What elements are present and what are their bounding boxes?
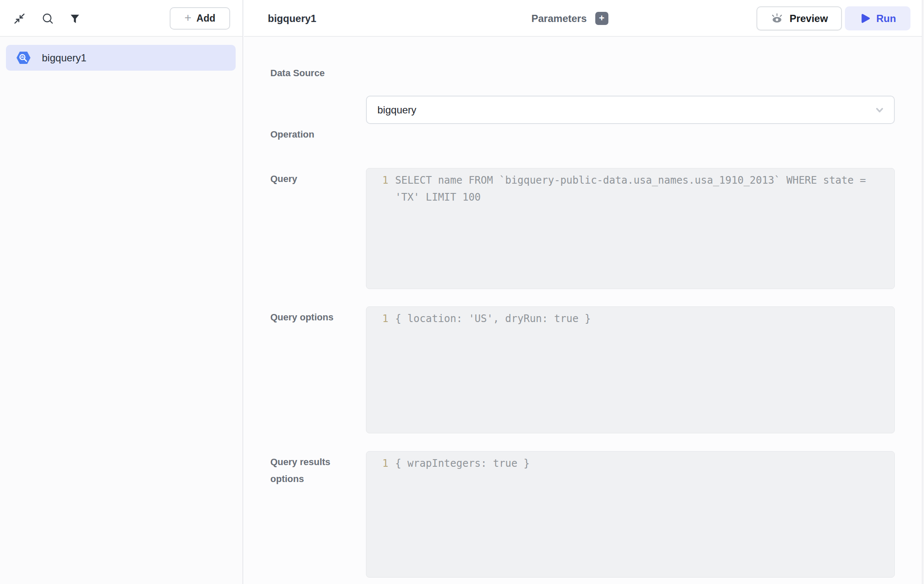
- code-line: 1 { wrapIntegers: true }: [366, 455, 886, 472]
- run-button-label: Run: [876, 13, 896, 25]
- line-number: 1: [366, 172, 388, 189]
- run-button[interactable]: Run: [845, 6, 910, 30]
- chevron-down-icon: [873, 103, 886, 117]
- eye-icon: [770, 12, 784, 25]
- bigquery-icon: [16, 50, 31, 65]
- sidebar-item-label: bigquery1: [42, 52, 86, 64]
- query-label: Query: [270, 171, 360, 187]
- plus-icon: +: [184, 12, 191, 24]
- query-code-editor[interactable]: 1 SELECT name FROM `bigquery-public-data…: [366, 168, 895, 289]
- add-parameter-button[interactable]: +: [595, 12, 608, 25]
- sidebar: + Add bigquery1: [0, 0, 243, 584]
- page-title: bigquery1: [268, 0, 316, 37]
- data-source-label: Data Source: [270, 59, 360, 87]
- preview-button-label: Preview: [789, 13, 828, 25]
- add-query-button[interactable]: + Add: [170, 7, 230, 30]
- query-editor-app: + Add bigquery1 bigquery1 Parameters: [0, 0, 924, 584]
- sidebar-item-bigquery1[interactable]: bigquery1: [6, 45, 236, 71]
- data-source-value: bigquery: [377, 104, 416, 116]
- line-number: 1: [366, 455, 388, 472]
- parameters-group: Parameters +: [531, 0, 608, 37]
- search-icon: [41, 12, 54, 25]
- scroll-gutter: [922, 0, 924, 584]
- code-line: 1 SELECT name FROM `bigquery-public-data…: [366, 172, 886, 206]
- line-number: 1: [366, 310, 388, 327]
- query-results-options-label: Query results options: [270, 454, 360, 488]
- query-results-options-editor[interactable]: 1 { wrapIntegers: true }: [366, 451, 895, 578]
- filter-icon: [69, 13, 81, 25]
- collapse-panel-button[interactable]: [11, 10, 28, 27]
- query-options-placeholder: { location: 'US', dryRun: true }: [395, 310, 878, 327]
- header-actions: Preview Run: [756, 6, 910, 30]
- main-header: bigquery1 Parameters + Preview: [244, 0, 924, 37]
- plus-icon: +: [599, 14, 605, 23]
- sidebar-header: + Add: [0, 0, 242, 37]
- query-options-editor[interactable]: 1 { location: 'US', dryRun: true }: [366, 306, 895, 433]
- query-results-options-placeholder: { wrapIntegers: true }: [395, 455, 878, 472]
- add-button-label: Add: [196, 13, 215, 24]
- code-line: 1 { location: 'US', dryRun: true }: [366, 310, 886, 327]
- search-button[interactable]: [39, 10, 56, 27]
- data-source-dropdown[interactable]: bigquery: [366, 96, 895, 124]
- filter-button[interactable]: [66, 10, 83, 27]
- main-panel: bigquery1 Parameters + Preview: [244, 0, 924, 584]
- collapse-icon: [13, 12, 26, 25]
- preview-button[interactable]: Preview: [756, 6, 842, 30]
- parameters-label: Parameters: [531, 13, 587, 25]
- query-list: bigquery1: [0, 37, 242, 79]
- query-options-label: Query options: [270, 309, 360, 326]
- query-sql-text: SELECT name FROM `bigquery-public-data.u…: [395, 172, 878, 206]
- play-icon: [859, 13, 871, 24]
- operation-label: Operation: [270, 120, 360, 149]
